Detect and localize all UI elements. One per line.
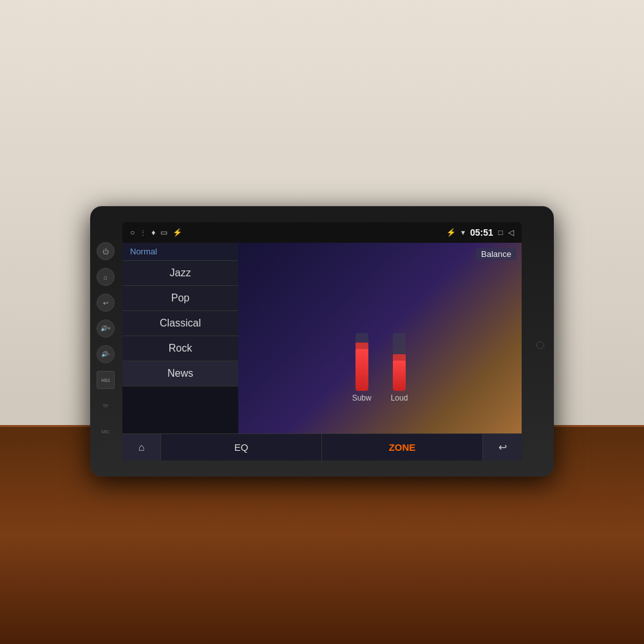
bluetooth-icon: ⚡ [446, 228, 456, 237]
home-icon: ⌂ [138, 442, 145, 453]
toolbar-eq-button[interactable]: EQ [161, 434, 322, 460]
status-icons-left: ○ ⋮ ♦ ▭ ⚡ [130, 228, 182, 237]
back-icon: ↩ [498, 441, 507, 453]
loudness-slider[interactable]: Loud [391, 333, 408, 402]
tune-icon: ♦ [151, 228, 155, 237]
square-icon: □ [498, 228, 503, 237]
bottom-toolbar: ⌂ EQ ZONE ↩ [122, 433, 522, 460]
eq-sliders-area: Subw Loud [238, 324, 522, 408]
menu-icon: ⋮ [140, 229, 146, 236]
wifi-icon: ▾ [461, 228, 465, 237]
clock-display: 05:51 [470, 227, 493, 238]
toolbar-zone-button[interactable]: ZONE [322, 434, 483, 460]
active-preset-display: Normal [122, 243, 238, 261]
subw-label: Subw [352, 393, 372, 402]
car-head-unit: ⏻ ⌂ ↩ 🔊+ 🔊- HS1 TF MIC ○ ⋮ ♦ ▭ ⚡ [90, 206, 554, 477]
active-preset-text: Normal [130, 247, 157, 256]
loud-fill [393, 359, 406, 392]
eq-preset-pop[interactable]: Pop [122, 286, 238, 311]
toolbar-home-button[interactable]: ⌂ [122, 434, 161, 460]
subwoofer-slider[interactable]: Subw [352, 333, 372, 402]
loud-label: Loud [391, 393, 408, 402]
eq-menu-panel: Normal Jazz Pop Classical Rock News [122, 243, 238, 433]
side-speaker-dot [536, 341, 544, 349]
zone-label: ZONE [389, 442, 416, 453]
eq-preset-news[interactable]: News [122, 361, 238, 386]
tf-label: TF [97, 397, 115, 415]
loud-thumb[interactable] [393, 354, 406, 361]
eq-preset-classical[interactable]: Classical [122, 311, 238, 336]
circle-icon: ○ [130, 228, 135, 237]
status-bar: ○ ⋮ ♦ ▭ ⚡ ⚡ ▾ 05:51 □ ◁ [122, 222, 522, 243]
back-arrow-icon: ◁ [508, 228, 514, 237]
subw-track [355, 333, 368, 391]
vol-down-button[interactable]: 🔊- [97, 345, 115, 363]
eq-preset-jazz[interactable]: Jazz [122, 261, 238, 286]
hs1-button[interactable]: HS1 [97, 371, 115, 389]
balance-label: Balance [476, 248, 516, 260]
photo-background: ⏻ ⌂ ↩ 🔊+ 🔊- HS1 TF MIC ○ ⋮ ♦ ▭ ⚡ [0, 0, 644, 644]
toolbar-back-button[interactable]: ↩ [483, 434, 522, 460]
home-side-button[interactable]: ⌂ [97, 268, 115, 286]
power-button[interactable]: ⏻ [97, 242, 115, 260]
mic-label: MIC [97, 422, 115, 440]
loud-track [393, 333, 406, 391]
subw-fill [355, 348, 368, 392]
status-icons-right: ⚡ ▾ 05:51 □ ◁ [446, 227, 514, 238]
back-side-button[interactable]: ↩ [97, 294, 115, 312]
battery-icon: ▭ [160, 228, 167, 237]
main-content-area: Balance Normal Jazz Pop Classical Rock N… [122, 243, 522, 433]
subw-thumb[interactable] [355, 343, 368, 349]
usb-icon: ⚡ [173, 228, 182, 237]
eq-preset-rock[interactable]: Rock [122, 336, 238, 361]
eq-label: EQ [234, 442, 249, 453]
main-screen: ○ ⋮ ♦ ▭ ⚡ ⚡ ▾ 05:51 □ ◁ [122, 222, 522, 460]
vol-up-button[interactable]: 🔊+ [97, 319, 115, 337]
side-buttons-panel: ⏻ ⌂ ↩ 🔊+ 🔊- HS1 TF MIC [97, 242, 115, 440]
